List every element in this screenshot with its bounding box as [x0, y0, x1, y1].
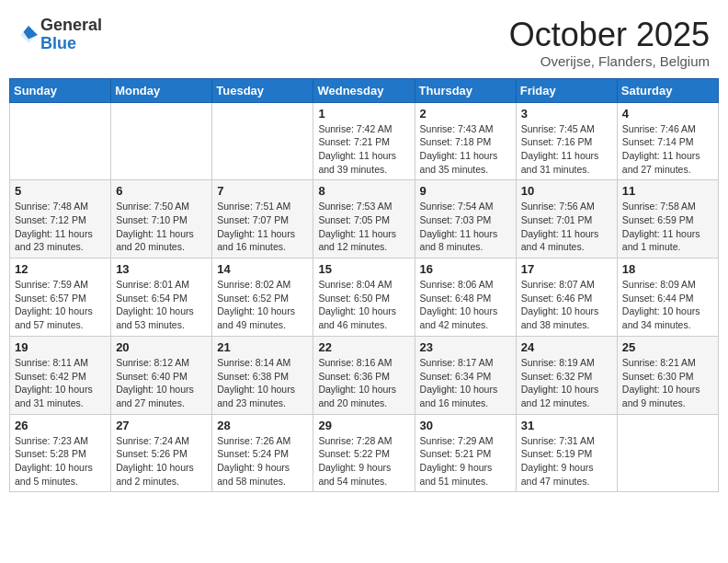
day-info: Sunrise: 7:42 AM Sunset: 7:21 PM Dayligh… [318, 122, 409, 177]
day-number: 4 [622, 107, 713, 121]
day-number: 31 [521, 419, 612, 432]
day-info: Sunrise: 7:29 AM Sunset: 5:21 PM Dayligh… [420, 434, 511, 488]
calendar-cell: 11Sunrise: 7:58 AM Sunset: 6:59 PM Dayli… [617, 180, 718, 259]
calendar-cell: 9Sunrise: 7:54 AM Sunset: 7:03 PM Daylig… [415, 180, 516, 259]
day-info: Sunrise: 7:48 AM Sunset: 7:12 PM Dayligh… [15, 200, 106, 254]
day-info: Sunrise: 8:17 AM Sunset: 6:34 PM Dayligh… [420, 356, 511, 410]
location-subtitle: Overijse, Flanders, Belgium [509, 53, 710, 69]
day-number: 1 [318, 107, 409, 121]
day-info: Sunrise: 7:46 AM Sunset: 7:14 PM Dayligh… [622, 122, 713, 177]
title-block: October 2025 Overijse, Flanders, Belgium [509, 17, 710, 69]
calendar-cell: 10Sunrise: 7:56 AM Sunset: 7:01 PM Dayli… [516, 180, 617, 259]
day-info: Sunrise: 8:21 AM Sunset: 6:30 PM Dayligh… [622, 356, 713, 410]
calendar-cell: 19Sunrise: 8:11 AM Sunset: 6:42 PM Dayli… [10, 336, 111, 414]
day-number: 20 [116, 340, 207, 354]
day-number: 12 [15, 262, 106, 276]
logo-general: General [40, 16, 102, 34]
calendar-cell: 30Sunrise: 7:29 AM Sunset: 5:21 PM Dayli… [415, 414, 516, 492]
day-number: 23 [420, 340, 511, 354]
day-number: 5 [15, 184, 106, 198]
day-info: Sunrise: 7:50 AM Sunset: 7:10 PM Dayligh… [116, 200, 207, 254]
calendar-cell: 3Sunrise: 7:45 AM Sunset: 7:16 PM Daylig… [516, 102, 617, 180]
month-title: October 2025 [509, 17, 710, 53]
calendar-cell: 13Sunrise: 8:01 AM Sunset: 6:54 PM Dayli… [111, 259, 212, 337]
day-info: Sunrise: 7:43 AM Sunset: 7:18 PM Dayligh… [420, 122, 511, 177]
page-header: General Blue October 2025 Overijse, Flan… [9, 9, 719, 75]
day-number: 9 [420, 184, 511, 198]
week-row-2: 5Sunrise: 7:48 AM Sunset: 7:12 PM Daylig… [10, 180, 719, 259]
weekday-header-wednesday: Wednesday [313, 78, 415, 102]
calendar-cell: 21Sunrise: 8:14 AM Sunset: 6:38 PM Dayli… [212, 336, 313, 414]
day-info: Sunrise: 8:14 AM Sunset: 6:38 PM Dayligh… [217, 356, 308, 410]
weekday-header-thursday: Thursday [415, 78, 516, 102]
calendar-cell: 28Sunrise: 7:26 AM Sunset: 5:24 PM Dayli… [212, 414, 313, 492]
day-info: Sunrise: 8:11 AM Sunset: 6:42 PM Dayligh… [15, 356, 106, 410]
day-number: 24 [521, 340, 612, 354]
calendar-table: SundayMondayTuesdayWednesdayThursdayFrid… [9, 78, 719, 493]
weekday-header-tuesday: Tuesday [212, 78, 313, 102]
day-info: Sunrise: 7:51 AM Sunset: 7:07 PM Dayligh… [217, 200, 308, 254]
calendar-cell: 4Sunrise: 7:46 AM Sunset: 7:14 PM Daylig… [617, 102, 718, 180]
day-info: Sunrise: 8:07 AM Sunset: 6:46 PM Dayligh… [521, 278, 612, 332]
calendar-cell: 18Sunrise: 8:09 AM Sunset: 6:44 PM Dayli… [617, 259, 718, 337]
calendar-cell: 2Sunrise: 7:43 AM Sunset: 7:18 PM Daylig… [415, 102, 516, 180]
calendar-cell: 1Sunrise: 7:42 AM Sunset: 7:21 PM Daylig… [313, 102, 415, 180]
day-info: Sunrise: 7:56 AM Sunset: 7:01 PM Dayligh… [521, 200, 612, 254]
calendar-cell: 5Sunrise: 7:48 AM Sunset: 7:12 PM Daylig… [10, 180, 111, 259]
weekday-header-sunday: Sunday [10, 78, 111, 102]
weekday-header-monday: Monday [111, 78, 212, 102]
day-number: 8 [318, 184, 409, 198]
week-row-5: 26Sunrise: 7:23 AM Sunset: 5:28 PM Dayli… [10, 414, 719, 492]
day-number: 6 [116, 184, 207, 198]
calendar-cell: 26Sunrise: 7:23 AM Sunset: 5:28 PM Dayli… [10, 414, 111, 492]
day-info: Sunrise: 7:23 AM Sunset: 5:28 PM Dayligh… [15, 434, 106, 488]
day-info: Sunrise: 7:31 AM Sunset: 5:19 PM Dayligh… [521, 434, 612, 488]
day-number: 17 [521, 262, 612, 276]
day-number: 26 [15, 419, 106, 432]
week-row-4: 19Sunrise: 8:11 AM Sunset: 6:42 PM Dayli… [10, 336, 719, 414]
calendar-cell: 22Sunrise: 8:16 AM Sunset: 6:36 PM Dayli… [313, 336, 415, 414]
weekday-header-friday: Friday [516, 78, 617, 102]
day-number: 2 [420, 107, 511, 121]
day-number: 21 [217, 340, 308, 354]
calendar-cell: 6Sunrise: 7:50 AM Sunset: 7:10 PM Daylig… [111, 180, 212, 259]
weekday-header-saturday: Saturday [617, 78, 718, 102]
day-info: Sunrise: 8:16 AM Sunset: 6:36 PM Dayligh… [318, 356, 409, 410]
day-info: Sunrise: 8:04 AM Sunset: 6:50 PM Dayligh… [318, 278, 409, 332]
day-info: Sunrise: 7:28 AM Sunset: 5:22 PM Dayligh… [318, 434, 409, 488]
calendar-cell: 17Sunrise: 8:07 AM Sunset: 6:46 PM Dayli… [516, 259, 617, 337]
day-info: Sunrise: 7:54 AM Sunset: 7:03 PM Dayligh… [420, 200, 511, 254]
calendar-cell: 23Sunrise: 8:17 AM Sunset: 6:34 PM Dayli… [415, 336, 516, 414]
calendar-cell: 31Sunrise: 7:31 AM Sunset: 5:19 PM Dayli… [516, 414, 617, 492]
calendar-cell: 29Sunrise: 7:28 AM Sunset: 5:22 PM Dayli… [313, 414, 415, 492]
day-info: Sunrise: 7:58 AM Sunset: 6:59 PM Dayligh… [622, 200, 713, 254]
day-number: 7 [217, 184, 308, 198]
day-info: Sunrise: 7:53 AM Sunset: 7:05 PM Dayligh… [318, 200, 409, 254]
day-number: 27 [116, 419, 207, 432]
day-info: Sunrise: 7:59 AM Sunset: 6:57 PM Dayligh… [15, 278, 106, 332]
day-number: 29 [318, 419, 409, 432]
calendar-cell: 27Sunrise: 7:24 AM Sunset: 5:26 PM Dayli… [111, 414, 212, 492]
calendar-cell: 24Sunrise: 8:19 AM Sunset: 6:32 PM Dayli… [516, 336, 617, 414]
weekday-header-row: SundayMondayTuesdayWednesdayThursdayFrid… [10, 78, 719, 102]
calendar-cell [617, 414, 718, 492]
day-number: 15 [318, 262, 409, 276]
day-info: Sunrise: 8:12 AM Sunset: 6:40 PM Dayligh… [116, 356, 207, 410]
day-number: 18 [622, 262, 713, 276]
logo: General Blue [18, 17, 102, 53]
day-info: Sunrise: 8:19 AM Sunset: 6:32 PM Dayligh… [521, 356, 612, 410]
calendar-cell: 12Sunrise: 7:59 AM Sunset: 6:57 PM Dayli… [10, 259, 111, 337]
week-row-1: 1Sunrise: 7:42 AM Sunset: 7:21 PM Daylig… [10, 102, 719, 180]
day-number: 3 [521, 107, 612, 121]
week-row-3: 12Sunrise: 7:59 AM Sunset: 6:57 PM Dayli… [10, 259, 719, 337]
day-number: 14 [217, 262, 308, 276]
day-info: Sunrise: 7:45 AM Sunset: 7:16 PM Dayligh… [521, 122, 612, 177]
logo-blue: Blue [40, 34, 76, 52]
calendar-cell: 14Sunrise: 8:02 AM Sunset: 6:52 PM Dayli… [212, 259, 313, 337]
calendar-cell: 25Sunrise: 8:21 AM Sunset: 6:30 PM Dayli… [617, 336, 718, 414]
day-number: 11 [622, 184, 713, 198]
day-number: 30 [420, 419, 511, 432]
day-info: Sunrise: 7:24 AM Sunset: 5:26 PM Dayligh… [116, 434, 207, 488]
logo-text: General Blue [40, 17, 102, 53]
day-info: Sunrise: 8:02 AM Sunset: 6:52 PM Dayligh… [217, 278, 308, 332]
